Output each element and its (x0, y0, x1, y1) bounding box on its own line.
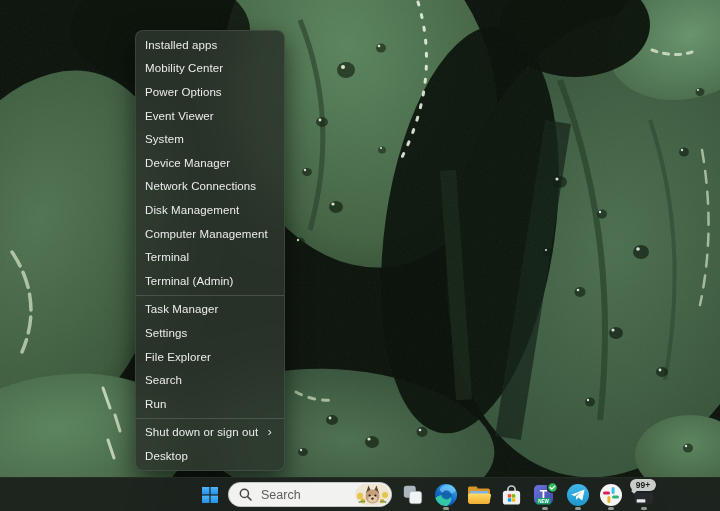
menu-item-label: Task Manager (145, 303, 218, 315)
task-view-button[interactable] (396, 478, 429, 511)
menu-item-power-options[interactable]: Power Options (136, 80, 284, 104)
search-input[interactable] (259, 487, 355, 503)
running-indicator (575, 507, 581, 510)
file-explorer-button[interactable] (462, 478, 495, 511)
menu-item-label: Power Options (145, 86, 222, 98)
file-explorer-icon (467, 484, 491, 506)
telegram-button[interactable] (561, 478, 594, 511)
menu-item-search[interactable]: Search (136, 368, 284, 392)
submenu-chevron-icon: › (268, 425, 272, 438)
bing-daily-animal-icon (355, 484, 390, 505)
menu-item-file-explorer[interactable]: File Explorer (136, 345, 284, 369)
edge-browser-button[interactable] (429, 478, 462, 511)
search-icon (239, 488, 252, 501)
slack-button[interactable] (594, 478, 627, 511)
windows-logo-icon (202, 487, 218, 503)
running-indicator (641, 507, 647, 510)
menu-item-network-connections[interactable]: Network Connections (136, 175, 284, 199)
notification-count-badge: 99+ (630, 479, 656, 491)
wallpaper-leaves (0, 0, 720, 511)
new-banner-label: NEW (538, 499, 549, 504)
teams-icon: T NEW (532, 482, 558, 508)
menu-item-label: System (145, 133, 184, 145)
menu-item-disk-management[interactable]: Disk Management (136, 198, 284, 222)
menu-item-label: Computer Management (145, 228, 268, 240)
desktop[interactable]: Installed appsMobility CenterPower Optio… (0, 0, 720, 511)
running-indicator (443, 507, 449, 510)
slack-icon (599, 483, 623, 507)
menu-item-task-manager[interactable]: Task Manager (136, 298, 284, 322)
menu-item-label: Shut down or sign out (145, 426, 258, 438)
menu-item-system[interactable]: System (136, 127, 284, 151)
taskbar-search-box[interactable] (228, 482, 392, 507)
start-button[interactable] (194, 478, 226, 511)
menu-item-label: Terminal (145, 251, 189, 263)
menu-item-label: Device Manager (145, 157, 230, 169)
edge-browser-icon (434, 483, 458, 507)
taskbar: T NEW (0, 477, 720, 511)
menu-item-label: Terminal (Admin) (145, 275, 234, 287)
menu-item-shut-down-or-sign-out[interactable]: Shut down or sign out› (136, 421, 284, 445)
task-view-icon (402, 484, 424, 506)
menu-item-terminal[interactable]: Terminal (136, 245, 284, 269)
menu-item-label: Event Viewer (145, 110, 214, 122)
menu-item-desktop[interactable]: Desktop (136, 444, 284, 468)
menu-item-label: Settings (145, 327, 187, 339)
menu-item-label: Mobility Center (145, 62, 223, 74)
menu-item-label: Desktop (145, 450, 188, 462)
running-indicator (542, 507, 548, 510)
teams-button[interactable]: T NEW (528, 478, 561, 511)
telegram-icon (566, 483, 590, 507)
menu-item-settings[interactable]: Settings (136, 321, 284, 345)
menu-item-mobility-center[interactable]: Mobility Center (136, 57, 284, 81)
microsoft-store-button[interactable] (495, 478, 528, 511)
chat-app-button[interactable]: 99+ (627, 478, 660, 511)
menu-separator (136, 295, 284, 296)
menu-item-label: Run (145, 398, 166, 410)
winx-context-menu: Installed appsMobility CenterPower Optio… (135, 30, 285, 471)
search-highlight-image[interactable] (355, 484, 390, 505)
menu-item-event-viewer[interactable]: Event Viewer (136, 104, 284, 128)
menu-separator (136, 418, 284, 419)
menu-item-label: File Explorer (145, 351, 211, 363)
menu-item-label: Search (145, 374, 182, 386)
menu-item-run[interactable]: Run (136, 392, 284, 416)
menu-item-label: Disk Management (145, 204, 239, 216)
menu-item-terminal-admin[interactable]: Terminal (Admin) (136, 269, 284, 293)
menu-item-label: Network Connections (145, 180, 256, 192)
running-indicator (608, 507, 614, 510)
menu-item-computer-management[interactable]: Computer Management (136, 222, 284, 246)
menu-item-label: Installed apps (145, 39, 217, 51)
microsoft-store-icon (500, 483, 523, 507)
menu-item-device-manager[interactable]: Device Manager (136, 151, 284, 175)
menu-item-installed-apps[interactable]: Installed apps (136, 33, 284, 57)
